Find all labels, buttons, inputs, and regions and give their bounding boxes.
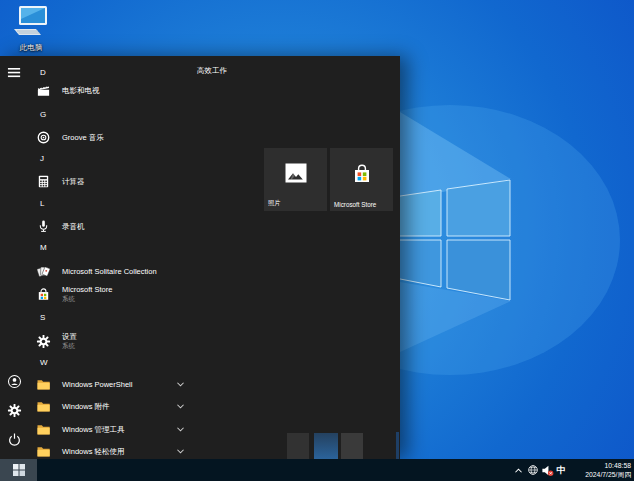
- movies-tv-icon: [36, 83, 51, 98]
- app-list-letter-m[interactable]: M: [0, 239, 248, 260]
- app-list-letter-j[interactable]: J: [0, 150, 248, 171]
- tile-area-scrollbar[interactable]: [396, 432, 399, 459]
- app-list-folder-windows-accessories[interactable]: Windows 附件: [0, 397, 248, 418]
- chevron-down-icon[interactable]: [176, 381, 185, 388]
- settings-gear-icon: [36, 334, 51, 349]
- app-list-letter-s[interactable]: S: [0, 309, 248, 330]
- windows-logo-icon: [13, 464, 25, 476]
- store-icon: [350, 162, 374, 186]
- partial-tile[interactable]: [341, 433, 363, 459]
- tray-ime-indicator[interactable]: 中: [554, 459, 568, 481]
- tray-show-hidden-icons[interactable]: [512, 459, 525, 481]
- solitaire-icon: [36, 264, 51, 279]
- app-list-folder-windows-powershell[interactable]: Windows PowerShell: [0, 375, 248, 396]
- app-list-letter-l[interactable]: L: [0, 195, 248, 216]
- groove-music-icon: [36, 130, 51, 145]
- desktop-icon-label: 此电脑: [8, 43, 54, 52]
- tile-group-header[interactable]: 高效工作: [197, 66, 227, 76]
- app-list-item-settings[interactable]: 设置 系统: [0, 330, 248, 354]
- network-globe-icon: [527, 464, 539, 476]
- app-list-folder-windows-admin-tools[interactable]: Windows 管理工具: [0, 420, 248, 441]
- folder-icon: [36, 422, 51, 437]
- folder-icon: [36, 444, 51, 459]
- app-list-item-movies-tv[interactable]: 电影和电视: [0, 81, 248, 102]
- desktop-icon-this-pc[interactable]: 此电脑: [8, 5, 54, 52]
- chevron-down-icon[interactable]: [176, 403, 185, 410]
- folder-icon: [36, 399, 51, 414]
- tray-volume[interactable]: [540, 459, 555, 481]
- speaker-muted-icon: [541, 464, 554, 477]
- folder-icon: [36, 377, 51, 392]
- start-button[interactable]: [0, 459, 37, 481]
- calculator-icon: [36, 174, 51, 189]
- taskbar-clock[interactable]: 10:48:58 2024/7/25/周四: [585, 461, 631, 479]
- chevron-down-icon[interactable]: [176, 426, 185, 433]
- app-sublabel: 系统: [62, 295, 75, 304]
- chevron-down-icon[interactable]: [176, 448, 185, 455]
- tile-microsoft-store[interactable]: Microsoft Store: [330, 148, 393, 211]
- app-list-item-calculator[interactable]: 计算器: [0, 172, 248, 193]
- partial-tile[interactable]: [287, 433, 309, 459]
- app-list-item-solitaire[interactable]: Microsoft Solitaire Collection: [0, 262, 248, 283]
- app-sublabel: 系统: [62, 342, 75, 351]
- app-list-item-voice-recorder[interactable]: 录音机: [0, 217, 248, 238]
- store-icon: [36, 287, 51, 302]
- app-list-item-groove-music[interactable]: Groove 音乐: [0, 128, 248, 149]
- tile-photos[interactable]: 照片: [264, 148, 327, 211]
- clock-time: 10:48:58: [585, 461, 631, 470]
- app-list-letter-g[interactable]: G: [0, 106, 248, 127]
- app-list-folder-windows-ease-of-access[interactable]: Windows 轻松使用: [0, 442, 248, 459]
- start-menu: D 电影和电视 G Groove 音乐 J: [0, 56, 400, 459]
- partial-tile[interactable]: [314, 433, 338, 459]
- photos-icon: [284, 162, 308, 184]
- voice-recorder-icon: [36, 219, 51, 234]
- app-list-item-microsoft-store[interactable]: Microsoft Store 系统: [0, 283, 248, 307]
- chevron-up-icon: [514, 467, 523, 474]
- taskbar: 中 10:48:58 2024/7/25/周四: [0, 459, 634, 481]
- app-list-letter-w[interactable]: W: [0, 354, 248, 375]
- clock-date: 2024/7/25/周四: [585, 470, 631, 479]
- tray-network[interactable]: [526, 459, 540, 481]
- screen: 此电脑 D: [0, 0, 634, 481]
- this-pc-icon: [12, 5, 50, 38]
